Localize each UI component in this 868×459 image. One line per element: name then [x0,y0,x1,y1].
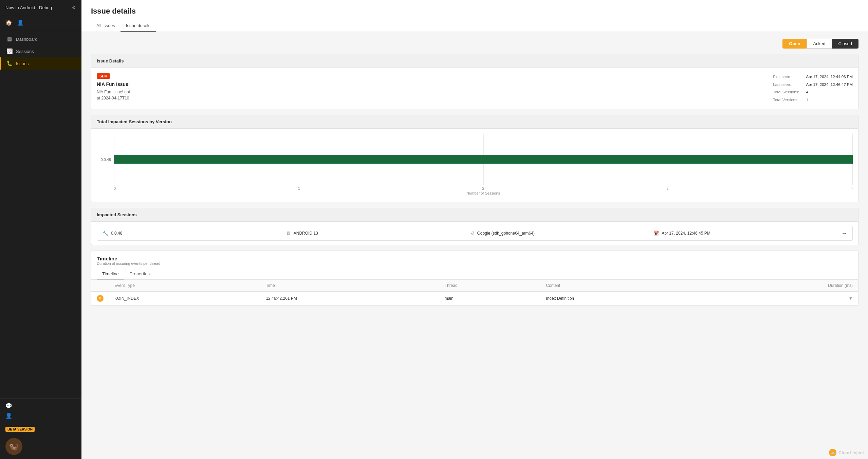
session-device: 🖨 Google (sdk_gphone64_arm64) [470,231,653,236]
x-label-4: 4 [851,186,853,190]
beta-badge: BETA VERSION [5,427,35,432]
duration-cell: ▼ [707,291,858,305]
sidebar-item-label: Sessions [16,49,34,54]
issues-icon: 🐛 [6,60,13,67]
timeline-section: Timeline Duration of occuring events per… [91,251,858,306]
session-platform: 🖥 ANDROID 13 [286,231,470,236]
impacted-sessions-section: Impacted Sessions 🔧 0.0.48 🖥 ANDROID 13 … [91,208,858,245]
total-sessions-label: Total Sessions: [773,89,799,96]
timeline-tabs: Timeline Properties [97,269,853,279]
open-button[interactable]: Open [782,39,807,49]
help-icon[interactable]: 💬 [5,403,76,409]
x-label-2: 2 [482,186,484,190]
tab-properties[interactable]: Properties [124,269,155,279]
timeline-table: Event Type Time Thread Content Duration … [91,280,858,306]
issue-desc-line2: at 2024-04-17T10 [97,96,129,100]
timeline-title: Timeline [97,256,853,261]
mascot: 🦦 [5,438,22,455]
session-version-value: 0.0.48 [111,231,122,236]
tab-timeline[interactable]: Timeline [97,269,124,279]
first-seen-value: Apr 17, 2024, 12:44:06 PM [806,73,853,80]
user-profile-icon[interactable]: 👤 [5,412,76,419]
table-header-row: Event Type Time Thread Content Duration … [91,280,858,292]
total-versions-label: Total Versions: [773,96,799,104]
device-icon: 🖨 [470,231,475,236]
chart-bar [114,155,853,164]
tab-all-issues[interactable]: All issues [91,20,121,32]
x-label-0: 0 [114,186,116,190]
content-cell: Index Definition [540,291,706,305]
col-thread: Thread [439,280,541,292]
user-icon[interactable]: 👤 [17,19,24,26]
issue-details-header: Issue Details [91,54,858,68]
col-icon [91,280,109,292]
issue-desc-line1: NiA Fun Issue! got [97,90,130,94]
issue-details-section: Issue Details SDK NiA Fun Issue! NiA Fun… [91,54,858,109]
main-content: Issue details All issues Issue details O… [81,0,868,459]
col-time: Time [260,280,439,292]
impacted-sessions-header: Impacted Sessions [91,208,858,222]
session-timestamp: 📅 Apr 17, 2024, 12:46:45 PM [653,231,837,236]
x-label-3: 3 [666,186,668,190]
issue-meta: First seen: Apr 17, 2024, 12:44:06 PM La… [773,73,853,104]
first-seen-label: First seen: [773,73,799,80]
status-buttons: Open Acked Closed [91,39,858,49]
session-timestamp-value: Apr 17, 2024, 12:46:45 PM [662,231,710,236]
issue-detail-row: SDK NiA Fun Issue! NiA Fun Issue! got at… [97,73,853,104]
issue-desc: NiA Fun Issue! got at 2024-04-17T10 [97,89,130,101]
brand-logo: ☁ [829,449,836,456]
gear-icon[interactable]: ⚙ [72,5,76,10]
tab-issue-details[interactable]: Issue details [121,20,156,32]
sessions-icon: 📈 [6,48,13,54]
col-duration: Duration (ms) [707,280,858,292]
acked-button[interactable]: Acked [807,39,832,49]
chart-section: Total Impacted Sessions by Version 0.0.4… [91,115,858,202]
event-type-cell: KOIN_INDEX [109,291,260,305]
calendar-icon: 📅 [653,231,659,236]
sidebar-item-dashboard[interactable]: ▦ Dashboard [0,33,81,45]
col-event-type: Event Type [109,280,260,292]
closed-button[interactable]: Closed [832,39,858,49]
issue-title: NiA Fun Issue! [97,81,130,87]
platform-icon: 🖥 [286,231,291,236]
content-area: Open Acked Closed Issue Details SDK NiA … [81,32,868,313]
sidebar-item-sessions[interactable]: 📈 Sessions [0,45,81,57]
brand-footer: ☁ Cloud-Inject [829,449,864,456]
event-icon-cell: k [91,291,109,305]
issue-left: SDK NiA Fun Issue! NiA Fun Issue! got at… [97,73,130,101]
timeline-header: Timeline Duration of occuring events per… [91,251,858,280]
last-seen-value: Apr 17, 2024, 12:46:47 PM [806,81,853,88]
page-title: Issue details [91,7,858,16]
page-header: Issue details All issues Issue details [81,0,868,32]
app-name: Now in Android - Debug [5,5,52,10]
sidebar-item-issues[interactable]: 🐛 Issues [0,57,81,70]
x-axis-label: Number of Sessions [114,191,853,195]
sdk-badge: SDK [97,73,110,79]
sidebar-nav: ▦ Dashboard 📈 Sessions 🐛 Issues [0,30,81,217]
impacted-sessions-body: 🔧 0.0.48 🖥 ANDROID 13 🖨 Google (sdk_gpho… [91,222,858,245]
chart-header: Total Impacted Sessions by Version [91,115,858,129]
sidebar: Now in Android - Debug ⚙ 🏠 👤 ▦ Dashboard… [0,0,81,459]
last-seen-label: Last seen: [773,81,799,88]
sidebar-header: Now in Android - Debug ⚙ [0,0,81,15]
expand-arrow-icon[interactable]: ▼ [849,296,853,301]
event-dot: k [97,295,104,302]
sidebar-item-label: Issues [16,61,29,66]
brand-name: Cloud-Inject [838,450,864,455]
version-icon: 🔧 [103,231,108,236]
total-sessions-value: 4 [806,89,853,96]
chart-container: 0.0.48 [91,129,858,202]
y-axis-label: 0.0.48 [97,134,114,185]
x-label-1: 1 [298,186,300,190]
table-row: k KOIN_INDEX 12:46:42.261 PM main Index … [91,291,858,305]
issue-details-body: SDK NiA Fun Issue! NiA Fun Issue! got at… [91,68,858,109]
page-tabs: All issues Issue details [91,20,858,32]
session-device-value: Google (sdk_gphone64_arm64) [477,231,535,236]
session-arrow-icon[interactable]: → [842,230,847,236]
home-icon[interactable]: 🏠 [5,19,12,26]
session-row[interactable]: 🔧 0.0.48 🖥 ANDROID 13 🖨 Google (sdk_gpho… [97,226,853,241]
total-versions-value: 1 [806,96,853,104]
session-platform-value: ANDROID 13 [294,231,318,236]
timeline-subtitle: Duration of occuring events per thread [97,261,853,265]
col-content: Content [540,280,706,292]
